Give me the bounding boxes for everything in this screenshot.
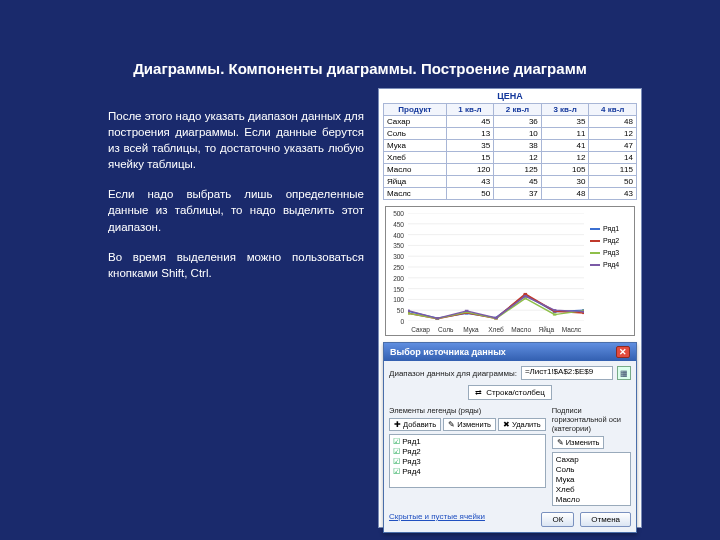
svg-rect-25 — [408, 312, 410, 314]
list-item[interactable]: Ряд4 — [393, 467, 542, 476]
table-row: Маслс50374843 — [384, 188, 637, 200]
svg-rect-37 — [553, 309, 557, 311]
ok-button[interactable]: ОК — [541, 512, 574, 527]
cancel-button[interactable]: Отмена — [580, 512, 631, 527]
pencil-icon: ✎ — [557, 438, 564, 447]
paragraph-1: После этого надо указать диапазон данных… — [108, 108, 364, 172]
table-row: Сахар45363548 — [384, 116, 637, 128]
series-panel-label: Элементы легенды (ряды) — [389, 406, 546, 415]
list-item[interactable]: Ряд2 — [393, 447, 542, 456]
swap-label: Строка/столбец — [486, 388, 545, 397]
plus-icon: ✚ — [394, 420, 401, 429]
svg-rect-30 — [553, 313, 557, 315]
svg-rect-36 — [524, 295, 528, 297]
table-title: ЦЕНА — [383, 91, 637, 101]
list-item[interactable]: Ряд3 — [393, 457, 542, 466]
chart-plot-area: 050100150200250300350400450500 СахарСоль… — [408, 213, 584, 321]
edit-categories-button[interactable]: ✎Изменить — [552, 436, 605, 449]
svg-rect-35 — [494, 317, 498, 319]
table-header: 2 кв-л — [494, 104, 542, 116]
table-header: Продукт — [384, 104, 447, 116]
series-list[interactable]: Ряд1Ряд2Ряд3Ряд4 — [389, 434, 546, 488]
range-label: Диапазон данных для диаграммы: — [389, 369, 517, 378]
range-picker-icon[interactable]: ▦ — [617, 366, 631, 380]
edit-series-button[interactable]: ✎Изменить — [443, 418, 496, 431]
list-item[interactable]: Мука — [556, 475, 627, 484]
dialog-titlebar: Выбор источника данных ✕ — [384, 343, 636, 361]
table-row: Мука35384147 — [384, 140, 637, 152]
svg-rect-33 — [436, 317, 440, 319]
table-row: Масло120125105115 — [384, 164, 637, 176]
list-item[interactable]: Хлеб — [556, 485, 627, 494]
add-series-button[interactable]: ✚Добавить — [389, 418, 441, 431]
table-header: 3 кв-л — [541, 104, 589, 116]
list-item[interactable]: Масло — [556, 495, 627, 504]
line-chart: 050100150200250300350400450500 СахарСоль… — [385, 206, 635, 336]
categories-panel-label: Подписи горизонтальной оси (категории) — [552, 406, 631, 433]
spreadsheet-area: ЦЕНА Продукт1 кв-л2 кв-л3 кв-л4 кв-л Сах… — [379, 89, 641, 202]
data-table: Продукт1 кв-л2 кв-л3 кв-л4 кв-л Сахар453… — [383, 103, 637, 200]
swap-icon: ⇄ — [475, 388, 482, 397]
svg-rect-32 — [408, 310, 410, 312]
table-row: Хлеб15121214 — [384, 152, 637, 164]
data-source-dialog: Выбор источника данных ✕ Диапазон данных… — [383, 342, 637, 533]
table-row: Соль13101112 — [384, 128, 637, 140]
hidden-cells-link[interactable]: Скрытые и пустые ячейки — [389, 512, 535, 527]
swap-row-column-button[interactable]: ⇄ Строка/столбец — [468, 385, 552, 400]
list-item[interactable]: Сахар — [556, 455, 627, 464]
category-list[interactable]: СахарСольМукаХлебМасло — [552, 452, 631, 506]
table-row: Яйца43453050 — [384, 176, 637, 188]
table-header: 1 кв-л — [446, 104, 494, 116]
list-item[interactable]: Ряд1 — [393, 437, 542, 446]
svg-rect-38 — [582, 311, 584, 313]
paragraph-2: Если надо выбрать лишь определенные данн… — [108, 186, 364, 234]
excel-screenshot: ЦЕНА Продукт1 кв-л2 кв-л3 кв-л4 кв-л Сах… — [378, 88, 642, 528]
svg-rect-22 — [524, 293, 528, 295]
pencil-icon: ✎ — [448, 420, 455, 429]
dialog-title-text: Выбор источника данных — [390, 347, 506, 357]
table-header: 4 кв-л — [589, 104, 637, 116]
remove-series-button[interactable]: ✖Удалить — [498, 418, 546, 431]
range-input[interactable]: =Лист1!$A$2:$E$9 — [521, 366, 613, 380]
paragraph-3: Во время выделения можно пользоваться кн… — [108, 249, 364, 281]
list-item[interactable]: Соль — [556, 465, 627, 474]
x-icon: ✖ — [503, 420, 510, 429]
slide-title: Диаграммы. Компоненты диаграммы. Построе… — [0, 60, 720, 77]
svg-rect-34 — [465, 310, 469, 312]
body-text: После этого надо указать диапазон данных… — [108, 108, 364, 295]
close-icon[interactable]: ✕ — [616, 346, 630, 358]
chart-legend: Ряд1Ряд2Ряд3Ряд4 — [588, 207, 634, 335]
